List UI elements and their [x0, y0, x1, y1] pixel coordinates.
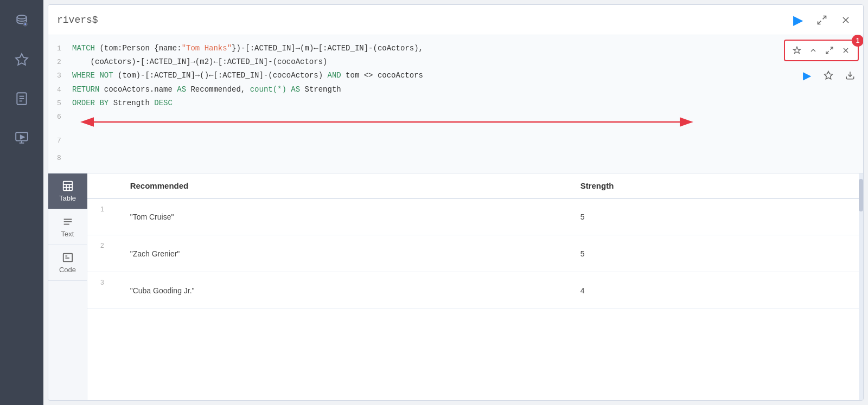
- star-query-button[interactable]: [820, 67, 837, 84]
- code-line-7: 7: [48, 134, 863, 151]
- star-icon[interactable]: [10, 48, 34, 72]
- badge-1: 1: [852, 35, 864, 47]
- results-table: Recommended Strength 1 "Tom Cruise" 5 2 …: [87, 173, 863, 310]
- svg-line-16: [826, 51, 829, 54]
- row-2-recommended: "Zach Grenier": [117, 235, 567, 272]
- row-1-num: 1: [87, 198, 117, 235]
- sidebar: [0, 0, 43, 405]
- row-1-recommended: "Tom Cruise": [117, 198, 567, 235]
- row-2-strength: 5: [567, 235, 863, 272]
- row-2-num: 2: [87, 235, 117, 272]
- code-line-8: 8: [48, 151, 863, 169]
- table-row: 3 "Cuba Gooding Jr." 4: [87, 272, 863, 309]
- row-1-strength: 5: [567, 198, 863, 235]
- collapse-toolbar-button[interactable]: [806, 43, 821, 58]
- code-line-3: 3 WHERE NOT (tom)-[:ACTED_IN]→()←[:ACTED…: [48, 69, 863, 82]
- pin-toolbar-button[interactable]: [789, 43, 805, 58]
- svg-marker-19: [825, 72, 833, 79]
- expand-button[interactable]: [813, 11, 831, 29]
- scrollbar-thumb[interactable]: [859, 179, 863, 211]
- document-icon[interactable]: [10, 87, 34, 111]
- download-button[interactable]: [841, 67, 859, 84]
- play-monitor-icon[interactable]: [10, 126, 34, 150]
- svg-rect-24: [63, 182, 72, 191]
- close-toolbar-button[interactable]: [838, 43, 853, 58]
- code-line-4: 4 RETURN cocoActors.name AS Recommended,…: [48, 83, 863, 97]
- code-line-2: 2 (coActors)-[:ACTED_IN]→(m2)←[:ACTED_IN…: [48, 55, 863, 69]
- svg-marker-2: [16, 54, 28, 65]
- scrollbar-track[interactable]: [859, 173, 863, 400]
- query-title: rivers$: [57, 15, 98, 25]
- table-row: 2 "Zach Grenier" 5: [87, 235, 863, 272]
- svg-line-12: [818, 21, 821, 24]
- top-bar: rivers$ ▶: [48, 5, 863, 35]
- code-line-6: 6 2: [48, 110, 863, 134]
- run-button[interactable]: ▶: [789, 11, 807, 29]
- col-num-header: [87, 173, 117, 198]
- expand-toolbar-button[interactable]: [822, 43, 837, 58]
- col-strength-header: Strength: [567, 173, 863, 198]
- svg-line-11: [823, 16, 826, 19]
- svg-marker-8: [21, 136, 24, 139]
- col-recommended-header: Recommended: [117, 173, 567, 198]
- run-editor-button[interactable]: ▶: [798, 67, 815, 84]
- tab-text-label: Text: [61, 230, 74, 238]
- code-line-1: 1 MATCH (tom:Person {name:"Tom Hanks"})-…: [48, 42, 863, 55]
- row-3-num: 3: [87, 272, 117, 309]
- tab-text[interactable]: Text: [48, 209, 87, 245]
- table-results: Recommended Strength 1 "Tom Cruise" 5 2 …: [87, 173, 863, 400]
- close-button[interactable]: [837, 11, 854, 29]
- tab-code-label: Code: [59, 266, 76, 274]
- row-3-strength: 4: [567, 272, 863, 309]
- code-line-5: 5 ORDER BY Strength DESC: [48, 97, 863, 110]
- main-panel: rivers$ ▶ 1: [48, 4, 864, 401]
- row-3-recommended: "Cuba Gooding Jr.": [117, 272, 567, 309]
- tab-code[interactable]: Code: [48, 245, 87, 281]
- results-area: Table Text Code: [48, 173, 863, 400]
- tab-table-label: Table: [59, 194, 76, 202]
- tab-table[interactable]: Table: [48, 173, 87, 209]
- view-tabs: Table Text Code: [48, 173, 87, 400]
- svg-point-0: [17, 15, 26, 19]
- arrow-annotation: [61, 114, 712, 130]
- table-row: 1 "Tom Cruise" 5: [87, 198, 863, 235]
- database-icon[interactable]: [10, 9, 34, 33]
- svg-line-15: [830, 47, 833, 50]
